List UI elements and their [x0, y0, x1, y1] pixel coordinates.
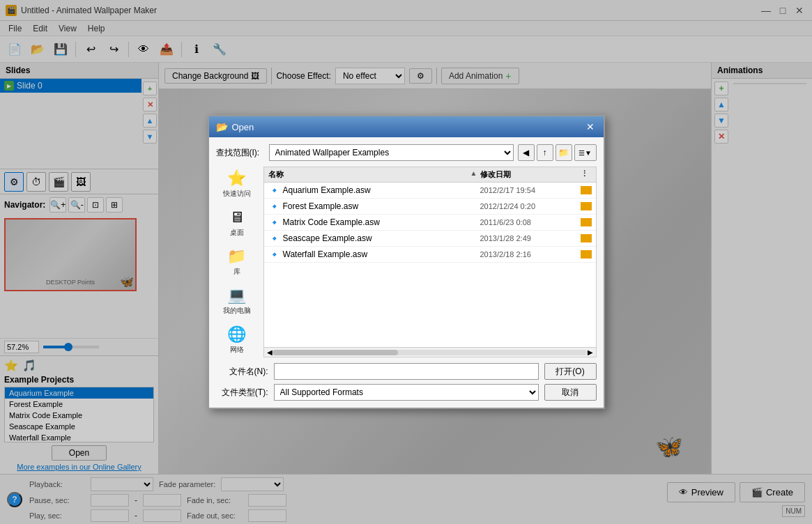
- file-name-0: Aquarium Example.asw: [283, 185, 477, 195]
- dialog-file-header: 名称 ▲ 修改日期 ⋮: [264, 167, 596, 183]
- file-date-2: 2011/6/23 0:08: [480, 218, 578, 226]
- quickaccess-label: 快速访问: [223, 189, 251, 199]
- scroll-left-arrow[interactable]: ◀: [267, 348, 273, 356]
- scroll-right-arrow[interactable]: ▶: [588, 348, 593, 356]
- file-icon-1: 🔹: [268, 201, 280, 212]
- file-bar-4: [581, 250, 592, 259]
- dialog-file-row-4[interactable]: 🔹 Waterfall Example.asw 2013/2/18 2:16: [264, 247, 596, 263]
- dialog-view-button[interactable]: ☰▼: [574, 144, 597, 161]
- file-date-0: 2012/2/17 19:54: [480, 186, 578, 194]
- dialog-file-row-0[interactable]: 🔹 Aquarium Example.asw 2012/2/17 19:54: [264, 183, 596, 199]
- file-bar-1: [581, 202, 592, 210]
- dialog-file-row-2[interactable]: 🔹 Matrix Code Example.asw 2011/6/23 0:08: [264, 215, 596, 231]
- dialog-main: ⭐ 快速访问 🖥 桌面 📁 库 💻 我的电脑: [216, 167, 597, 357]
- dialog-file-area: 名称 ▲ 修改日期 ⋮ 🔹 Aquarium Example.asw 2012/…: [263, 167, 597, 357]
- dialog-file-row-1[interactable]: 🔹 Forest Example.asw 2012/12/24 0:20: [264, 199, 596, 215]
- dialog-title: Open: [232, 122, 254, 132]
- file-name-4: Waterfall Example.asw: [283, 249, 477, 259]
- dialog-open-button[interactable]: 打开(O): [544, 363, 597, 380]
- library-label: 库: [233, 267, 240, 277]
- filetype-label: 文件类型(T):: [216, 387, 268, 399]
- file-name-3: Seascape Example.asw: [283, 233, 477, 243]
- dialog-sidebar-network[interactable]: 🌐 网络: [217, 323, 256, 357]
- dialog-sidebar-desktop[interactable]: 🖥 桌面: [217, 206, 256, 240]
- dialog-sidebar-quickaccess[interactable]: ⭐ 快速访问: [217, 167, 256, 201]
- network-label: 网络: [230, 345, 244, 355]
- dialog-sidebar-library[interactable]: 📁 库: [217, 245, 256, 279]
- dialog-cancel-button[interactable]: 取消: [544, 384, 597, 401]
- file-bar-3: [581, 234, 592, 242]
- dialog-location-label: 查找范围(I):: [216, 147, 265, 159]
- quickaccess-icon: ⭐: [227, 169, 246, 187]
- file-name-2: Matrix Code Example.asw: [283, 217, 477, 227]
- network-icon: 🌐: [227, 325, 246, 344]
- dialog-filetype-select[interactable]: All Supported Formats: [274, 384, 539, 401]
- file-icon-2: 🔹: [268, 217, 280, 228]
- col-more-header: ⋮: [581, 169, 592, 180]
- dialog-body: 查找范围(I): Animated Wallpaper Examples ◀ ↑…: [209, 137, 604, 408]
- sort-icon: ▲: [470, 169, 477, 180]
- dialog-hscrollbar[interactable]: ◀ ▶: [264, 347, 596, 357]
- dialog-sidebar-mycomputer[interactable]: 💻 我的电脑: [217, 284, 256, 318]
- dialog-filename-row: 文件名(N): 打开(O): [216, 363, 597, 380]
- file-icon-4: 🔹: [268, 249, 280, 260]
- dialog-hscroll-thumb: [273, 350, 399, 355]
- dialog-location-select[interactable]: Animated Wallpaper Examples: [269, 144, 514, 161]
- dialog-title-icon: 📂: [216, 121, 228, 132]
- file-bar-2: [581, 218, 592, 226]
- file-date-4: 2013/2/18 2:16: [480, 250, 578, 259]
- file-icon-0: 🔹: [268, 185, 280, 196]
- library-icon: 📁: [227, 247, 246, 265]
- open-dialog: 📂 Open ✕ 查找范围(I): Animated Wallpaper Exa…: [208, 115, 605, 409]
- dialog-file-list: 🔹 Aquarium Example.asw 2012/2/17 19:54 🔹…: [264, 183, 596, 347]
- dialog-filetype-row: 文件类型(T): All Supported Formats 取消: [216, 384, 597, 401]
- dialog-location-row: 查找范围(I): Animated Wallpaper Examples ◀ ↑…: [216, 144, 597, 161]
- file-date-3: 2013/1/28 2:49: [480, 234, 578, 242]
- dialog-close-button[interactable]: ✕: [584, 121, 597, 133]
- dialog-titlebar: 📂 Open ✕: [209, 116, 604, 137]
- dialog-nav-new-folder[interactable]: 📁: [556, 144, 572, 161]
- desktop-label: 桌面: [230, 228, 244, 238]
- file-icon-3: 🔹: [268, 233, 280, 244]
- file-bar-0: [581, 186, 592, 194]
- dialog-file-row-3[interactable]: 🔹 Seascape Example.asw 2013/1/28 2:49: [264, 231, 596, 247]
- dialog-nav-buttons: ◀ ↑ 📁 ☰▼: [518, 144, 597, 161]
- col-name-header[interactable]: 名称: [268, 169, 468, 180]
- dialog-overlay: 📂 Open ✕ 查找范围(I): Animated Wallpaper Exa…: [0, 0, 812, 524]
- desktop-icon: 🖥: [229, 208, 245, 226]
- filename-label: 文件名(N):: [216, 366, 268, 378]
- col-date-header[interactable]: 修改日期: [480, 169, 578, 180]
- dialog-sidebar: ⭐ 快速访问 🖥 桌面 📁 库 💻 我的电脑: [216, 167, 258, 357]
- filename-input[interactable]: [274, 363, 539, 380]
- dialog-nav-back[interactable]: ◀: [518, 144, 535, 161]
- mycomputer-icon: 💻: [227, 286, 246, 305]
- dialog-hscroll-track[interactable]: [273, 350, 588, 355]
- dialog-nav-up[interactable]: ↑: [537, 144, 553, 161]
- file-date-1: 2012/12/24 0:20: [480, 202, 578, 210]
- mycomputer-label: 我的电脑: [223, 306, 251, 316]
- file-name-1: Forest Example.asw: [283, 201, 477, 211]
